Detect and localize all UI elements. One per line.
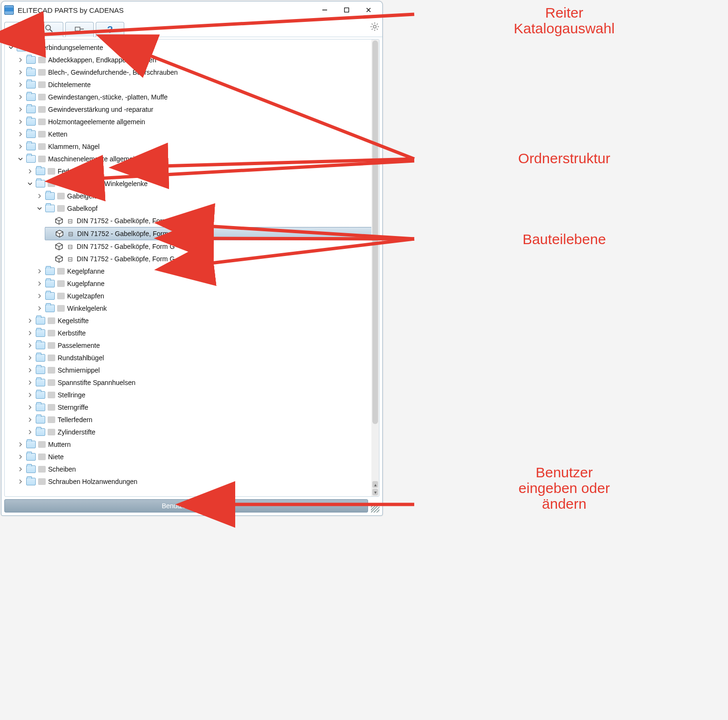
close-button[interactable] [358,3,379,17]
tree-node: Federn [26,165,372,178]
tree-node: Schmiernippel [26,364,372,376]
category-icon [48,168,55,175]
category-icon [38,441,46,448]
tree-part-row[interactable]: ⊟DIN 71752 - Gabelköpfe, Form G [45,215,372,227]
tree-folder-row[interactable]: Scheiben [16,463,372,475]
category-icon [48,429,55,435]
tree-panel: VerbindungselementeAbdeckkappen, Endkapp… [4,39,379,497]
tree-node-label: Stellringe [58,391,85,399]
tree-node: Klammern, Nägel [16,140,372,153]
chevron-right-icon [18,70,23,75]
tab-help[interactable]: ? [96,22,124,37]
annotation-user-button: Benutzereingeben oderändern [417,464,712,512]
expand-toggle [36,193,43,199]
tree-folder-row[interactable]: Dichtelemente [16,79,372,91]
category-icon [48,416,55,423]
tree-folder-row[interactable]: Niete [16,451,372,463]
tree-node-label: Gewindestangen,-stücke, -platten, Muffe [48,93,168,101]
tree-folder-row[interactable]: Schmiernippel [26,364,372,376]
tree-part-row[interactable]: ⊟DIN 71752 - Gabelköpfe, Form G [45,240,372,253]
category-icon [29,44,36,51]
tree-folder-row[interactable]: Federn [26,165,372,178]
tree-folder-row[interactable]: Stellringe [26,389,372,401]
tree-folder-row[interactable]: Kugelpfanne [35,277,372,290]
expand-toggle [17,81,24,88]
tree-folder-row[interactable]: Schrauben Holzanwendungen [16,475,372,488]
tree-folder-row[interactable]: Kegelpfanne [35,265,372,277]
tree-folder-row[interactable]: Rundstahlbügel [26,352,372,364]
chevron-right-icon [28,380,32,385]
scroll-up-button[interactable]: ▴ [372,481,378,488]
tree-folder-row[interactable]: Sterngriffe [26,401,372,414]
window-title: ELITECAD PARTS by CADENAS [18,6,124,14]
vertical-scrollbar[interactable]: ▴ ▾ [371,39,379,496]
resize-grip[interactable] [371,504,379,513]
svg-rect-1 [345,8,349,12]
tree-folder-row[interactable]: Gabelgelenk [35,190,372,202]
expand-toggle[interactable] [27,180,33,187]
folder-icon [45,292,55,300]
tree-node-label: Tellerfedern [58,416,92,424]
tree-node-label: Muttern [48,441,70,448]
expand-toggle [27,379,33,386]
expand-toggle[interactable] [17,156,24,162]
tree-folder-row[interactable]: Tellerfedern [26,414,372,426]
tree-folder-row[interactable]: Kegelstifte [26,315,372,327]
tree-node: Gabelgelenke / WinkelgelenkeGabelgelenkG… [26,178,372,315]
tree-node-label: Blech-, Gewindefurchende-, Bohrschrauben [48,69,178,76]
tree-node-label: DIN 71752 - Gabelköpfe, Form G [77,217,175,225]
tree-part-row[interactable]: ⊟DIN 71752 - Gabelköpfe, Form G [45,253,372,265]
tree-folder-row[interactable]: Spannstifte Spannhuelsen [26,376,372,389]
expand-toggle[interactable] [8,44,14,51]
expand-toggle [17,441,24,448]
tab-part[interactable] [65,22,94,37]
expand-toggle [36,280,43,287]
tree-folder-row[interactable]: Zylinderstifte [26,426,372,438]
settings-button[interactable] [370,22,379,34]
category-icon [48,367,55,374]
tree-folder-row[interactable]: Holzmontageelemente allgemein [16,116,372,128]
expand-toggle [17,466,24,473]
tree-folder-row[interactable]: Klammern, Nägel [16,140,372,153]
expand-toggle [17,478,24,485]
svg-line-13 [372,23,373,24]
maximize-button[interactable] [336,3,358,17]
tree-node-label: Abdeckkappen, Endkappen, Stopfen [48,56,156,64]
tree-folder-row[interactable]: Blech-, Gewindefurchende-, Bohrschrauben [16,66,372,79]
folder-icon [26,155,36,163]
chevron-right-icon [18,454,23,459]
expand-toggle[interactable] [36,205,43,212]
category-icon [38,131,46,138]
tree-folder-row[interactable]: Ketten [16,128,372,140]
tree-folder-row[interactable]: Abdeckkappen, Endkappen, Stopfen [16,54,372,66]
tab-catalog[interactable] [4,22,33,37]
tree-node: Gabelgelenk [35,190,372,202]
tree-folder-row[interactable]: Winkelgelenk [35,302,372,315]
bottom-bar: Benutzerdaten... [1,497,382,515]
tree-node: Passelemente [26,339,372,352]
folder-icon [26,478,36,485]
user-data-button[interactable]: Benutzerdaten... [4,499,368,513]
tree-folder-row[interactable]: Gabelkopf [35,202,372,215]
tree-folder-row[interactable]: Gewindeverstärkung und -reparatur [16,103,372,116]
tree-folder-row[interactable]: Muttern [16,438,372,451]
tree-folder-row[interactable]: Verbindungselemente [7,41,372,54]
tree-folder-row[interactable]: Kugelzapfen [35,290,372,302]
minimize-button[interactable] [314,3,336,17]
tree-part-row[interactable]: ⊟DIN 71752 - Gabelköpfe, Form G [45,227,372,240]
expand-toggle [27,342,33,349]
catalog-tree[interactable]: VerbindungselementeAbdeckkappen, Endkapp… [5,39,372,490]
tree-folder-row[interactable]: Gewindestangen,-stücke, -platten, Muffe [16,91,372,103]
tree-folder-row[interactable]: Kerbstifte [26,327,372,339]
tree-folder-row[interactable]: Gabelgelenke / Winkelgelenke [26,178,372,190]
tree-folder-row[interactable]: Passelemente [26,339,372,352]
tree-folder-row[interactable]: Maschinenelemente allgemein [16,153,372,165]
maximize-icon [344,7,349,13]
folder-icon [36,404,45,411]
tab-search[interactable] [35,22,63,37]
tree-node-label: Verbindungselemente [39,44,103,51]
scroll-down-button[interactable]: ▾ [372,489,378,495]
scrollbar-thumb[interactable] [372,40,378,424]
tree-node: Kugelzapfen [35,290,372,302]
chevron-right-icon [18,58,23,62]
